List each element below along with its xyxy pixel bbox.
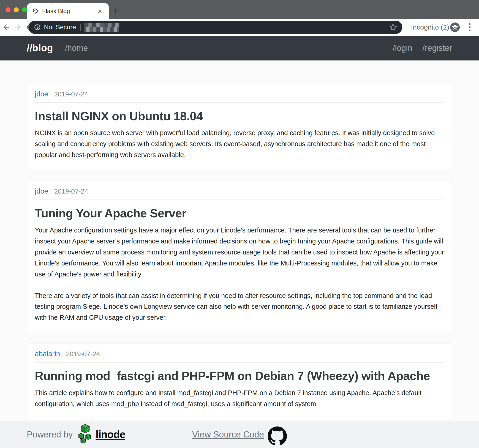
back-icon[interactable] [2,23,11,31]
linode-wordmark: linode [96,428,125,441]
bookmark-star-icon[interactable] [389,23,397,31]
post-paragraph: NGINX is an open source web server with … [35,127,444,160]
view-source-link[interactable]: View Source Code [192,430,264,440]
post-meta: abalarin 2019-07-24 [35,350,444,358]
zoom-window-button[interactable] [22,7,27,12]
nav-link-register[interactable]: /register [422,43,452,53]
incognito-icon [450,22,460,32]
minimize-window-button[interactable] [14,7,19,12]
post-meta: jdoe 2019-07-24 [35,187,444,195]
site-navbar: //blog /home /login /register [0,36,479,60]
github-icon[interactable] [268,427,287,446]
nav-links-right: /login /register [393,43,452,53]
nav-link-login[interactable]: /login [393,43,412,53]
post-body: NGINX is an open source web server with … [35,127,444,160]
post-paragraph: Your Apache configuration settings have … [35,225,444,280]
address-bar[interactable]: Not Secure [28,21,402,34]
browser-menu-icon[interactable] [467,22,472,32]
post-author-link[interactable]: abalarin [35,350,60,358]
powered-by-label: Powered by [27,430,73,440]
post-card: jdoe 2019-07-24 Install NGINX on Ubuntu … [27,84,452,170]
post-meta-divider [35,200,444,200]
info-icon[interactable] [34,24,41,31]
browser-toolbar: Not Secure Incognito (2) [0,19,479,36]
post-meta: jdoe 2019-07-24 [35,90,444,98]
linode-cubes-icon [77,424,94,444]
post-date: 2019-07-24 [66,350,100,358]
forward-icon[interactable] [14,23,22,31]
post-title: Running mod_fastcgi and PHP-FPM on Debia… [35,369,444,383]
post-card: jdoe 2019-07-24 Tuning Your Apache Serve… [27,181,452,333]
post-author-link[interactable]: jdoe [35,187,48,195]
nav-link-home[interactable]: /home [65,43,88,53]
not-secure-label: Not Secure [44,24,76,31]
powered-by-group: Powered by linode [27,421,125,448]
post-body: Your Apache configuration settings have … [35,225,444,323]
posts-list: jdoe 2019-07-24 Install NGINX on Ubuntu … [0,60,479,448]
post-author-link[interactable]: jdoe [35,90,48,98]
view-source-group: View Source Code [192,421,287,448]
linode-logo[interactable]: linode [77,425,125,444]
post-body: This article explains how to configure a… [35,388,444,409]
close-window-button[interactable] [6,7,11,12]
new-tab-icon[interactable] [111,6,121,16]
nav-links-left: /home [65,43,88,53]
omnibox-separator [80,24,81,31]
browser-titlebar: Flask Blog × [0,0,479,19]
post-paragraph: This article explains how to configure a… [35,388,444,409]
close-tab-icon[interactable]: × [96,7,104,15]
post-title: Install NGINX on Ubuntu 18.04 [35,109,444,123]
post-card: abalarin 2019-07-24 Running mod_fastcgi … [27,344,452,419]
post-meta-divider [35,362,444,362]
post-date: 2019-07-24 [54,90,88,98]
flask-favicon-icon [32,8,39,14]
post-meta-divider [35,102,444,103]
page-footer: Powered by linode [0,421,479,448]
incognito-label: Incognito (2) [411,19,449,36]
redacted-url [84,23,119,32]
post-title: Tuning Your Apache Server [35,206,444,220]
window-controls [6,7,27,12]
brand-link[interactable]: //blog [27,43,53,53]
browser-tab[interactable]: Flask Blog × [27,3,109,19]
tab-title: Flask Blog [42,7,96,15]
post-date: 2019-07-24 [54,187,88,195]
post-paragraph: There are a variety of tools that can as… [35,290,444,323]
